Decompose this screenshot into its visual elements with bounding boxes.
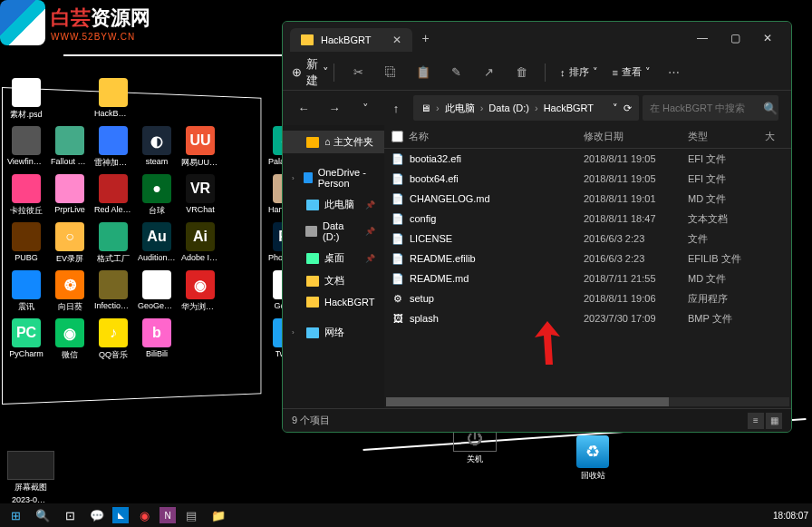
sidebar-item[interactable]: 此电脑📌	[283, 193, 384, 216]
desktop-icon[interactable]: PrprLive	[51, 174, 89, 217]
file-row[interactable]: 📄README.md2018/7/11 21:55MD 文件	[384, 268, 791, 288]
desktop-icon[interactable]: ◉微信	[51, 318, 89, 361]
chat-button[interactable]: 💬	[85, 505, 109, 525]
desktop-icon[interactable]: Infection Free Zo...	[94, 270, 132, 313]
sidebar-item[interactable]: 桌面📌	[283, 247, 384, 269]
horizontal-scrollbar[interactable]	[384, 395, 791, 408]
cut-button[interactable]: ✂	[343, 60, 372, 85]
desktop-icon[interactable]: bBiliBili	[138, 318, 176, 361]
screenshot-file[interactable]: 屏幕截图 2023-07-...	[7, 451, 54, 504]
file-icon: 📄	[392, 212, 404, 225]
file-date: 2016/6/3 2:23	[576, 253, 681, 264]
screenshot-label1: 屏幕截图	[14, 482, 47, 493]
onenote-taskbar-icon[interactable]: N	[160, 507, 176, 523]
desktop-icon[interactable]: VRVRChat	[181, 174, 219, 217]
file-row[interactable]: 📄bootx64.efi2018/8/11 19:05EFI 文件	[384, 169, 791, 189]
forward-button[interactable]: →	[321, 95, 348, 121]
desktop-icon[interactable]: Fallout Shelter	[51, 126, 89, 169]
window-tab[interactable]: HackBGRT ✕	[290, 28, 412, 52]
desktop-icon[interactable]: 格式工厂	[94, 222, 132, 265]
chevron-down-icon[interactable]: ˅	[613, 102, 618, 114]
close-tab-icon[interactable]: ✕	[392, 34, 401, 46]
recycle-bin[interactable]: 回收站	[576, 435, 609, 482]
col-size[interactable]: 大	[758, 130, 791, 143]
select-all-checkbox[interactable]	[392, 131, 403, 142]
desktop-icon[interactable]: 卡拉彼丘	[7, 174, 45, 217]
desktop-icon[interactable]: Viewfinder Demo	[7, 126, 45, 169]
sidebar-item[interactable]: Data (D:)📌	[283, 216, 384, 247]
col-name[interactable]: 名称	[409, 130, 429, 143]
rename-button[interactable]: ✎	[441, 60, 470, 85]
file-row[interactable]: 📄config2018/8/11 18:47文本文档	[384, 209, 791, 229]
paste-button[interactable]: 📋	[409, 60, 438, 85]
vscode-taskbar-icon[interactable]: ◣	[112, 507, 129, 523]
icons-view-button[interactable]: ▦	[766, 413, 782, 429]
recent-button[interactable]: ˅	[352, 95, 379, 121]
start-button[interactable]: ⊞	[4, 505, 27, 525]
crumb-pc[interactable]: 此电脑	[445, 102, 475, 115]
app2-taskbar-icon[interactable]: ▤	[179, 505, 203, 525]
explorer-taskbar-icon[interactable]: 📁	[207, 505, 230, 525]
icon-label: Viewfinder Demo	[7, 157, 45, 166]
col-date[interactable]: 修改日期	[576, 130, 681, 143]
desktop-icon[interactable]: ◐steam	[138, 126, 176, 169]
search-taskbar-button[interactable]: 🔍	[31, 505, 54, 525]
desktop-icon[interactable]: ●台球	[138, 174, 176, 217]
desktop-icon[interactable]: ◉华为浏览器	[181, 270, 219, 313]
crumb-drive[interactable]: Data (D:)	[488, 102, 529, 113]
desktop-icon[interactable]: UU网易UU加速器	[181, 126, 219, 169]
copy-button[interactable]: ⿻	[376, 60, 405, 85]
app-icon	[55, 126, 84, 155]
file-row[interactable]: 📄LICENSE2016/6/3 2:23文件	[384, 229, 791, 249]
file-row[interactable]: 📄CHANGELOG.md2018/8/11 19:01MD 文件	[384, 189, 791, 209]
desktop-icon[interactable]: ◉GeoGebra Classic	[138, 270, 176, 313]
share-button[interactable]: ↗	[474, 60, 503, 85]
desktop-icon[interactable]: 雷神加速器	[94, 126, 132, 169]
crumb-folder[interactable]: HackBGRT	[544, 102, 594, 113]
breadcrumb[interactable]: 🖥› 此电脑› Data (D:)› HackBGRT ˅ ⟳	[413, 95, 639, 121]
close-button[interactable]: ✕	[751, 24, 784, 52]
desktop-icon[interactable]: Red Alert 2	[94, 174, 132, 217]
folder-icon	[306, 327, 319, 338]
sidebar-item[interactable]: 文档	[283, 269, 384, 292]
file-row[interactable]: 📄README.efilib2016/6/3 2:23EFILIB 文件	[384, 249, 791, 268]
back-button[interactable]: ←	[290, 95, 317, 121]
folder-icon	[305, 226, 317, 237]
col-type[interactable]: 类型	[681, 130, 758, 143]
app-taskbar-icon[interactable]: ◉	[132, 505, 156, 525]
desktop-icon[interactable]: AiAdobe Illustrator	[181, 222, 219, 265]
sidebar-item[interactable]: ⌂ 主文件夹	[283, 131, 384, 153]
file-explorer-window: HackBGRT ✕ + — ▢ ✕ ⊕ 新建 ˅ ✂ ⿻ 📋 ✎ ↗ 🗑 ↕ …	[282, 21, 792, 433]
file-row[interactable]: 📄bootia32.efi2018/8/11 19:05EFI 文件	[384, 149, 791, 169]
desktop-icon[interactable]: PCPyCharm	[7, 318, 45, 361]
up-button[interactable]: ↑	[382, 95, 410, 121]
refresh-button[interactable]: ⟳	[624, 102, 632, 114]
clock[interactable]: 18:08:07	[773, 511, 808, 521]
new-button[interactable]: ⊕ 新建 ˅	[295, 60, 324, 85]
view-button[interactable]: ≡ 查看 ˅	[607, 65, 656, 79]
sidebar-item[interactable]: HackBGRT	[283, 292, 384, 312]
sidebar-item[interactable]: ›OneDrive - Person	[283, 162, 384, 193]
expand-icon: ›	[292, 174, 298, 182]
details-view-button[interactable]: ≡	[748, 413, 764, 429]
minimize-button[interactable]: —	[686, 24, 719, 52]
desktop-icon[interactable]: 素材.psd	[7, 78, 45, 121]
more-button[interactable]: ⋯	[660, 60, 689, 85]
new-tab-button[interactable]: +	[421, 31, 429, 45]
maximize-button[interactable]: ▢	[719, 24, 751, 52]
file-row[interactable]: ⚙setup2018/8/11 19:06应用程序	[384, 288, 791, 308]
task-view-button[interactable]: ⊡	[58, 505, 82, 525]
sort-button[interactable]: ↕ 排序 ˅	[555, 65, 604, 79]
desktop-icon[interactable]: HackBGRT	[94, 78, 132, 121]
desktop-icon[interactable]: ♪QQ音乐	[94, 318, 132, 361]
desktop-icon[interactable]: PUBG	[7, 222, 45, 265]
desktop-icon[interactable]: ❂向日葵	[51, 270, 89, 313]
desktop-icon[interactable]: AuAudition 2022	[138, 222, 176, 265]
desktop-icon[interactable]: ○EV录屏	[51, 222, 89, 265]
file-row[interactable]: 🖼splash2023/7/30 17:09BMP 文件	[384, 308, 791, 328]
desktop-icon[interactable]: 震讯	[7, 270, 45, 313]
delete-button[interactable]: 🗑	[507, 60, 536, 85]
sidebar-item[interactable]: ›网络	[283, 321, 384, 344]
search-icon[interactable]: 🔍	[757, 95, 784, 121]
app-icon	[12, 174, 41, 203]
